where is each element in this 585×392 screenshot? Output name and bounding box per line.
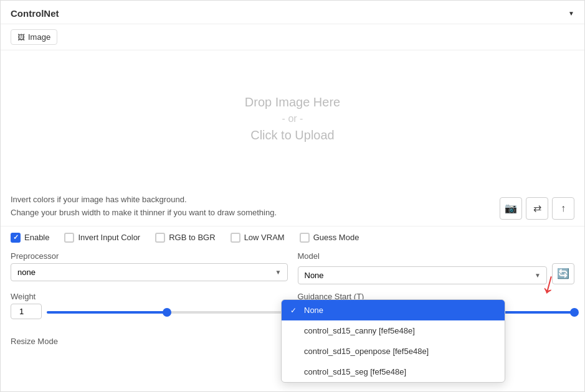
low-vram-checkbox[interactable] [231,233,240,243]
model-label: Model [298,251,575,261]
image-tab-icon: 🖼 [17,33,25,42]
drop-image-text: Drop Image Here [245,95,340,110]
guess-mode-checkbox-item[interactable]: Guess Mode [300,233,359,243]
enable-checkbox-item[interactable]: Enable [11,233,49,243]
action-buttons: 📷 ⇄ ↑ [500,197,574,220]
info-section: Invert colors if your image has white ba… [1,187,584,226]
preprocessor-label: Preprocessor [11,251,288,261]
preprocessor-select[interactable]: none canny openpose seg [11,263,288,281]
dropdown-label-seg: control_sd15_seg [fef5e48e] [304,367,406,376]
upload-area[interactable]: Drop Image Here - or - Click to Upload [1,50,584,187]
dropdown-label-openpose: control_sd15_openpose [fef5e48e] [304,347,429,356]
tab-bar: 🖼 Image [1,24,584,50]
model-select-wrapper: None ▼ [298,266,548,284]
app-title: ControlNet [11,8,59,19]
rgb-to-bgr-checkbox-item[interactable]: RGB to BGR [155,233,215,243]
guidance-end-thumb[interactable] [570,308,579,317]
fields-row: Preprocessor none canny openpose seg ▼ M… [11,251,574,284]
rgb-to-bgr-label: RGB to BGR [169,233,215,242]
invert-input-color-label: Invert Input Color [78,233,140,242]
model-select[interactable]: None [298,266,548,284]
low-vram-label: Low VRAM [244,233,285,242]
header: ControlNet ▼ [1,1,584,24]
invert-input-color-checkbox[interactable] [64,233,74,243]
dropdown-item-canny[interactable]: control_sd15_canny [fef5e48e] [282,320,505,341]
info-line1: Invert colors if your image has white ba… [11,194,277,207]
upload-arrow-button[interactable]: ↑ [552,197,574,220]
weight-label: Weight [11,292,288,301]
app-container: ControlNet ▼ 🖼 Image Drop Image Here - o… [0,0,585,392]
info-line2: Change your brush width to make it thinn… [11,207,277,220]
checkboxes-row: Enable Invert Input Color RGB to BGR Low… [11,233,574,243]
swap-button[interactable]: ⇄ [526,197,548,220]
enable-label: Enable [24,233,49,242]
enable-checkbox[interactable] [11,233,21,243]
collapse-arrow[interactable]: ▼ [568,10,574,17]
weight-slider-row [11,304,288,319]
dropdown-item-seg[interactable]: control_sd15_seg [fef5e48e] [282,362,505,382]
check-mark-none: ✓ [290,306,299,315]
low-vram-checkbox-item[interactable]: Low VRAM [231,233,285,243]
rgb-to-bgr-checkbox[interactable] [155,233,165,243]
weight-slider-thumb[interactable] [163,308,171,317]
dropdown-item-none[interactable]: ✓ None [282,300,505,320]
preprocessor-group: Preprocessor none canny openpose seg ▼ [11,251,288,284]
preprocessor-select-wrapper: none canny openpose seg ▼ [11,263,288,281]
tab-image-label: Image [28,32,50,42]
weight-slider-fill [47,311,167,314]
refresh-model-button[interactable]: 🔄 [552,263,574,284]
weight-group: Weight [11,292,288,319]
model-dropdown-popup[interactable]: ✓ None control_sd15_canny [fef5e48e] con… [281,299,505,383]
weight-input[interactable] [11,304,42,319]
or-text: - or - [282,113,303,124]
tab-image[interactable]: 🖼 Image [11,29,57,45]
weight-slider-track-wrapper [47,309,288,314]
invert-input-color-checkbox-item[interactable]: Invert Input Color [64,233,140,243]
dropdown-label-canny: control_sd15_canny [fef5e48e] [304,326,415,335]
weight-slider-track [47,311,288,314]
model-group: Model None ▼ 🔄 [298,251,575,284]
model-row: None ▼ 🔄 [298,263,575,284]
guess-mode-label: Guess Mode [313,233,359,242]
dropdown-item-openpose[interactable]: control_sd15_openpose [fef5e48e] [282,341,505,362]
guess-mode-checkbox[interactable] [300,233,310,243]
camera-button[interactable]: 📷 [500,197,522,220]
info-text: Invert colors if your image has white ba… [11,194,277,220]
dropdown-label-none: None [304,306,323,315]
click-to-upload-text: Click to Upload [250,128,335,142]
